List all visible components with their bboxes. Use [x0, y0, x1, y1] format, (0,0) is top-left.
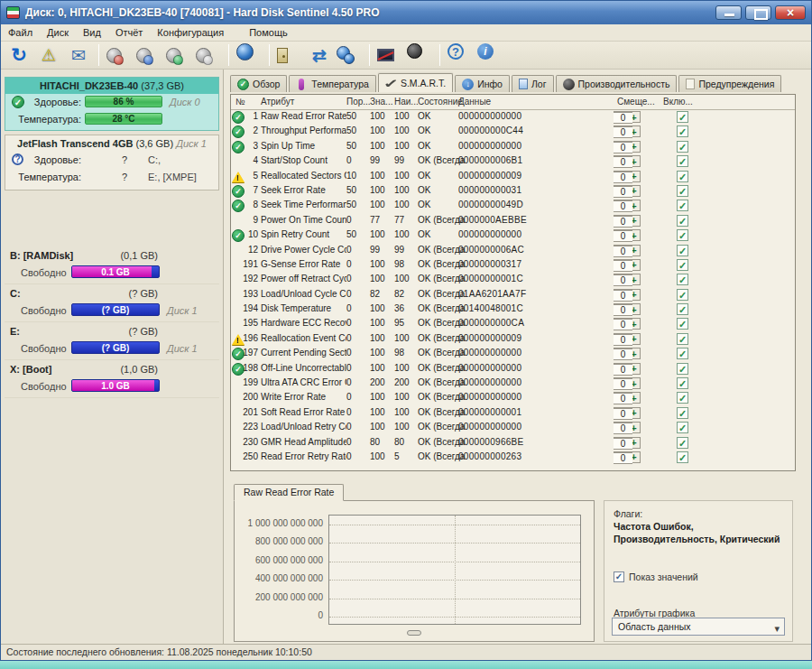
table-row[interactable]: 250Read Error Retry Rate01005OK (Всегда.…	[231, 451, 795, 465]
tab-alerts[interactable]: Предупреждения	[678, 75, 781, 92]
disk-test-blue-button[interactable]	[136, 43, 161, 67]
table-row[interactable]: 195Hardware ECC Recovered010095OK (Всегд…	[231, 317, 795, 331]
help-button[interactable]	[448, 43, 473, 67]
enabled-checkbox[interactable]	[677, 245, 688, 256]
sync-button[interactable]	[307, 43, 332, 67]
menu-item-3[interactable]: Отчёт	[108, 25, 150, 40]
about-button[interactable]	[477, 43, 503, 67]
header-value[interactable]: Зна...	[370, 97, 392, 107]
header-offset[interactable]: Смеще...	[617, 97, 655, 107]
table-row[interactable]: 194Disk Temperature010036OK (Всегда...00…	[231, 302, 795, 317]
tab-overview[interactable]: Обзор	[230, 75, 287, 92]
table-row[interactable]: 196Reallocation Event Count0100100OK (Вс…	[231, 332, 795, 347]
table-row[interactable]: 193Load/Unload Cycle Cou...08282OK (Всег…	[231, 288, 795, 302]
disk1-panel[interactable]: JetFlash Transcend 4GB (3,6 GB) Диск 1 З…	[5, 135, 219, 190]
enabled-checkbox[interactable]	[677, 451, 688, 463]
problem-report-button[interactable]	[36, 43, 61, 67]
enabled-checkbox[interactable]	[677, 392, 688, 404]
enabled-checkbox[interactable]	[677, 259, 688, 271]
maximize-button[interactable]	[745, 5, 771, 20]
show-values-checkbox[interactable]	[614, 571, 624, 582]
header-enabled[interactable]: Вклю...	[663, 97, 693, 107]
tab-log[interactable]: Лог	[512, 75, 554, 92]
enabled-checkbox[interactable]	[677, 363, 688, 375]
header-attribute[interactable]: Атрибут	[261, 97, 294, 107]
table-row[interactable]: 192Power off Retract Cycle ...0100100OK …	[231, 273, 795, 287]
table-row[interactable]: 230GMR Head Amplitude08080OK (Всегда...0…	[231, 436, 795, 451]
enabled-checkbox[interactable]	[677, 437, 688, 449]
close-button[interactable]	[775, 5, 806, 20]
disk-test-red-button[interactable]	[106, 43, 132, 67]
header-data[interactable]: Данные	[458, 97, 491, 107]
online-globe-button[interactable]	[236, 43, 262, 67]
menu-item-2[interactable]: Вид	[76, 25, 108, 40]
display-settings-button[interactable]	[377, 43, 402, 67]
header-worst[interactable]: Наи...	[394, 97, 419, 107]
enabled-checkbox[interactable]	[677, 274, 688, 285]
enabled-checkbox[interactable]	[677, 348, 688, 359]
enabled-checkbox[interactable]	[677, 141, 688, 153]
tab-performance[interactable]: Производительность	[556, 75, 678, 92]
volume-item[interactable]: C:(? GB)Свободно(? GB)Диск 1	[5, 284, 219, 322]
table-row[interactable]: 7Seek Error Rate50100100OK000000000031−0…	[231, 184, 795, 199]
enabled-checkbox[interactable]	[677, 333, 688, 345]
table-row[interactable]: 191G-Sense Error Rate010098OK (Всегда...…	[231, 258, 795, 273]
volume-item[interactable]: E:(? GB)Свободно(? GB)Диск 1	[5, 322, 219, 360]
tab-temperature[interactable]: Температура	[289, 75, 376, 92]
enabled-checkbox[interactable]	[677, 303, 688, 315]
table-row[interactable]: 200Write Error Rate0100100OK (Всегда...0…	[231, 391, 795, 405]
enabled-checkbox[interactable]	[677, 377, 688, 389]
enabled-checkbox[interactable]	[677, 171, 688, 182]
table-row[interactable]: 199Ultra ATA CRC Error Co...0200200OK (В…	[231, 376, 795, 391]
menu-item-1[interactable]: Диск	[40, 25, 76, 40]
table-row[interactable]: 8Seek Time Performance50100100OK00000000…	[231, 199, 795, 213]
table-row[interactable]: 9Power On Time Count07777OK (Всегда...00…	[231, 214, 795, 228]
table-row[interactable]: 12Drive Power Cycle Count09999OK (Всегда…	[231, 244, 795, 258]
titlebar[interactable]: Диск: 0, HITACHI_DK23EB-40 [740081] - Ha…	[1, 1, 811, 24]
enabled-checkbox[interactable]	[677, 289, 688, 301]
enabled-checkbox[interactable]	[677, 407, 688, 419]
network-button[interactable]	[337, 43, 362, 67]
minimize-button[interactable]	[715, 5, 742, 20]
disk-test-green-button[interactable]	[166, 43, 191, 67]
table-row[interactable]: 197Current Pending Sector...010098OK (Вс…	[231, 347, 795, 361]
disk0-panel[interactable]: HITACHI_DK23EB-40 (37,3 GB) Здоровье: 86…	[5, 77, 219, 131]
table-row[interactable]: 4Start/Stop Count09999OK (Всегда...00000…	[231, 154, 795, 169]
enabled-checkbox[interactable]	[677, 200, 688, 211]
enabled-checkbox[interactable]	[677, 185, 688, 197]
volume-item[interactable]: X: [Boot](1,0 GB)Свободно1.0 GB	[5, 360, 219, 398]
table-row[interactable]: 201Soft Read Error Rate0100100OK (Всегда…	[231, 406, 795, 421]
enabled-checkbox[interactable]	[677, 215, 688, 227]
enabled-checkbox[interactable]	[677, 229, 688, 241]
chart-scrollbar-handle[interactable]	[407, 630, 421, 636]
refresh-button[interactable]	[6, 43, 32, 67]
header-number[interactable]: №	[235, 97, 245, 107]
tab-info[interactable]: Инфо	[455, 75, 510, 92]
enabled-checkbox[interactable]	[677, 318, 688, 330]
table-row[interactable]: 1Raw Read Error Rate50100100OK0000000000…	[231, 110, 795, 125]
table-row[interactable]: 5Reallocated Sectors Co...10100100OK0000…	[231, 170, 795, 184]
tab-smart[interactable]: S.M.A.R.T.	[378, 73, 453, 92]
header-status[interactable]: Состояние	[418, 97, 463, 107]
table-row[interactable]: 223Load/Unload Retry Cou...0100100OK (Вс…	[231, 421, 795, 435]
header-threshold[interactable]: Пор...	[346, 97, 371, 107]
menu-item-4[interactable]: Конфигурация	[150, 25, 231, 40]
enabled-checkbox[interactable]	[677, 111, 688, 123]
send-mail-button[interactable]	[66, 43, 91, 67]
menu-item-0[interactable]: Файл	[1, 25, 40, 40]
menu-item-5[interactable]: Помощь	[242, 25, 295, 40]
graph-attributes-dropdown[interactable]: Область данных	[612, 618, 785, 636]
enabled-checkbox[interactable]	[677, 125, 688, 137]
enabled-checkbox[interactable]	[677, 155, 688, 167]
chart-attribute-tab[interactable]: Raw Read Error Rate	[234, 484, 344, 501]
table-row[interactable]: 3Spin Up Time50100100OK000000000000−0+	[231, 140, 795, 154]
volume-item[interactable]: B: [RAMDisk](0,1 GB)Свободно0.1 GB	[5, 246, 219, 284]
sound-settings-button[interactable]	[407, 43, 432, 67]
enabled-checkbox[interactable]	[677, 422, 688, 433]
table-row[interactable]: 2Throughput Performance50100100OK0000000…	[231, 125, 795, 139]
table-row[interactable]: 10Spin Retry Count50100100OK000000000000…	[231, 228, 795, 243]
disk-search-button[interactable]	[196, 43, 221, 67]
exit-button[interactable]	[277, 43, 302, 67]
chart-plot-area[interactable]	[328, 515, 581, 625]
table-row[interactable]: 198Off-Line Uncorrectable ...0100100OK (…	[231, 362, 795, 376]
